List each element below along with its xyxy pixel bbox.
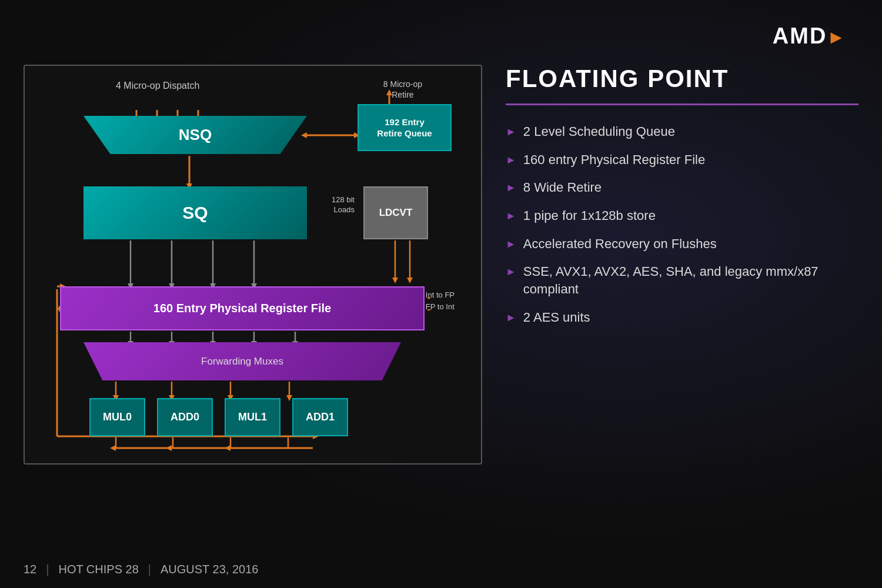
bullet-item-2: ► 160 entry Physical Register File (506, 151, 858, 169)
page-number: 12 (24, 563, 36, 576)
fwd-label: Forwarding Muxes (201, 356, 283, 368)
footer-sep-2: | (148, 563, 151, 576)
bullet-item-4: ► 1 pipe for 1x128b store (506, 207, 858, 225)
exec-unit-mul0: MUL0 (89, 398, 145, 436)
fwd-block: Forwarding Muxes (83, 342, 401, 380)
svg-marker-61 (225, 445, 230, 451)
exec-unit-add0: ADD0 (157, 398, 213, 436)
content-panel: FLOATING POINT ► 2 Level Scheduling Queu… (506, 65, 858, 337)
bullet-item-3: ► 8 Wide Retire (506, 179, 858, 196)
event-date: AUGUST 23, 2016 (161, 563, 258, 576)
svg-marker-14 (301, 132, 307, 138)
bullet-item-1: ► 2 Level Scheduling Queue (506, 123, 858, 141)
exec-units-container: MUL0 ADD0 MUL1 ADD1 (89, 398, 348, 436)
nsq-block: NSQ (83, 116, 307, 154)
dispatch-label: 4 Micro-op Dispatch (116, 81, 199, 91)
bullet-text-3: 8 Wide Retire (523, 179, 602, 196)
bullet-text-4: 1 pipe for 1x128b store (523, 207, 656, 225)
nsq-label: NSQ (179, 126, 212, 144)
section-divider (506, 103, 858, 105)
svg-marker-25 (392, 278, 398, 283)
ldcvt-label: LDCVT (379, 207, 413, 219)
svg-marker-59 (166, 445, 172, 451)
bullet-text-7: 2 AES units (523, 309, 590, 326)
bullet-arrow-1: ► (506, 125, 516, 139)
fp-int-label: Int to FPFP to Int (426, 289, 455, 312)
sq-block: SQ (83, 186, 307, 239)
bullet-item-5: ► Accelerated Recovery on Flushes (506, 235, 858, 253)
bullet-arrow-2: ► (506, 153, 516, 167)
bullet-arrow-7: ► (506, 310, 516, 325)
amd-text: AMD (773, 24, 827, 48)
bullet-item-6: ► SSE, AVX1, AVX2, AES, SHA, and legacy … (506, 263, 858, 298)
bullet-text-1: 2 Level Scheduling Queue (523, 123, 675, 141)
bullet-item-7: ► 2 AES units (506, 309, 858, 326)
svg-marker-57 (110, 445, 116, 451)
svg-marker-27 (407, 278, 413, 283)
loads-label: 128 bitLoads (332, 195, 355, 215)
diagram-panel: 4 Micro-op Dispatch 8 Micro-opRetire NSQ… (24, 65, 482, 465)
prf-block: 160 Entry Physical Register File (60, 286, 425, 330)
bullet-arrow-4: ► (506, 209, 516, 223)
bullet-arrow-6: ► (506, 265, 516, 279)
footer-sep-1: | (46, 563, 49, 576)
exec-unit-mul1: MUL1 (225, 398, 280, 436)
amd-logo: AMD► (773, 24, 847, 49)
retire-queue-block: 192 EntryRetire Queue (358, 104, 452, 151)
section-title: FLOATING POINT (506, 65, 858, 93)
sq-label: SQ (182, 203, 208, 223)
ldcvt-block: LDCVT (363, 186, 428, 239)
bullet-text-6: SSE, AVX1, AVX2, AES, SHA, and legacy mm… (523, 263, 858, 298)
prf-label: 160 Entry Physical Register File (153, 302, 331, 315)
conference-name: HOT CHIPS 28 (58, 563, 138, 576)
bullet-arrow-5: ► (506, 237, 516, 251)
bullet-arrow-3: ► (506, 181, 516, 195)
bullet-text-5: Accelerated Recovery on Flushes (523, 235, 717, 253)
retire-label: 8 Micro-opRetire (383, 79, 422, 100)
footer: 12 | HOT CHIPS 28 | AUGUST 23, 2016 (24, 563, 258, 576)
bullet-list: ► 2 Level Scheduling Queue ► 160 entry P… (506, 123, 858, 326)
retire-queue-label: 192 EntryRetire Queue (377, 116, 432, 139)
bullet-text-2: 160 entry Physical Register File (523, 151, 705, 169)
exec-unit-add1: ADD1 (292, 398, 348, 436)
